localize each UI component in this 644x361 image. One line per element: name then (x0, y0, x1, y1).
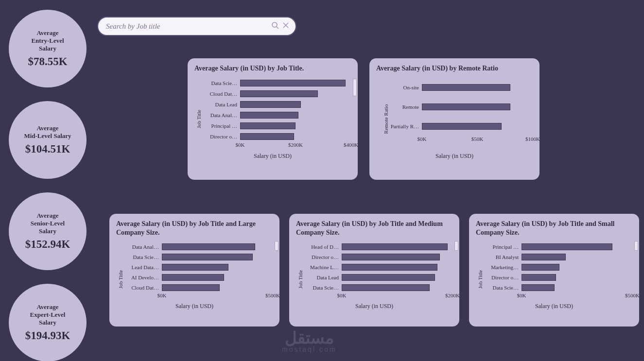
axis-tick: $0K (157, 292, 167, 298)
watermark-site: mostaql.com (282, 345, 336, 353)
bar (522, 284, 555, 291)
scrollbar-thumb[interactable] (353, 79, 357, 96)
bar (342, 254, 440, 260)
bar-track (522, 243, 632, 251)
bar-category-label: Lead Data… (128, 264, 162, 270)
search-input[interactable] (106, 22, 271, 31)
chart-title: Average Salary (in USD) by Remote Ratio (376, 64, 533, 73)
chart-title: Average Salary (in USD) by Job Title and… (296, 220, 453, 237)
bar-category-label: Data Scie… (128, 254, 162, 260)
axis-tick: $500K (625, 292, 640, 298)
bar-category-label: Cloud Dat… (206, 91, 240, 97)
bar-track (240, 90, 351, 98)
bar (240, 101, 301, 108)
bar (342, 274, 435, 281)
bar-row: Partially R… (388, 117, 533, 136)
scrollbar-thumb[interactable] (454, 241, 458, 251)
bar-track (342, 274, 453, 281)
bar (240, 133, 294, 140)
axis-x-label: Salary (in USD) (376, 153, 533, 160)
bar-category-label: Head of D… (308, 244, 342, 250)
bar (162, 243, 255, 250)
bar-track (240, 133, 351, 140)
bar-category-label: Principal … (487, 244, 522, 250)
bar (240, 80, 346, 86)
bar (240, 112, 298, 119)
kpi-mid-level: Average Mid-Level Salary $104.51K (9, 101, 87, 179)
svg-line-1 (277, 27, 278, 29)
bar (162, 274, 224, 281)
kpi-label: Average Entry-Level Salary (31, 29, 64, 53)
bar-track (342, 284, 453, 292)
bar-row: Data Scie… (206, 78, 351, 88)
bar-row: Data Lead (206, 99, 351, 110)
bar-category-label: Director o… (308, 254, 342, 260)
bar-category-label: Data Scie… (487, 285, 522, 291)
bar (522, 274, 556, 281)
bar-category-label: Partially R… (388, 123, 422, 129)
bar (522, 243, 612, 250)
watermark: مستقل mostaql.com (282, 330, 336, 353)
chart-title: Average Salary (in USD) by Job Title and… (116, 220, 273, 237)
kpi-value: $104.51K (25, 143, 70, 155)
bar-track (422, 103, 533, 111)
search-icon[interactable] (271, 21, 279, 31)
bar-row: Data Scie… (487, 282, 632, 292)
bar-row: Data Scie… (308, 282, 453, 292)
axis-tick: $0K (236, 142, 245, 148)
axis-x-label: Salary (in USD) (194, 153, 351, 160)
chart-bars: Head of D…Director o…Machine L…Data Lead… (308, 241, 453, 301)
bar-row: Marketing… (487, 262, 632, 272)
bar-row: On-site (388, 78, 533, 97)
search-bar[interactable] (97, 17, 296, 36)
axis-tick: $0K (517, 292, 526, 298)
bar-track (522, 253, 632, 261)
bar-category-label: AI Develo… (128, 275, 162, 280)
chart-card-by-title[interactable]: Average Salary (in USD) by Job Title. Jo… (188, 58, 358, 180)
bar-track (342, 253, 453, 261)
kpi-senior-level: Average Senior-Level Salary $152.94K (9, 192, 87, 270)
axis-tick: $0K (418, 136, 427, 142)
chart-card-large[interactable]: Average Salary (in USD) by Job Title and… (109, 214, 279, 327)
bar-row: BI Analyst (487, 252, 632, 262)
bar-row: Remote (388, 97, 533, 117)
bar-track (422, 122, 533, 130)
bar (422, 103, 510, 110)
axis-y-label: Job Title (196, 110, 202, 128)
bar (240, 122, 296, 129)
scrollbar-thumb[interactable] (275, 241, 278, 251)
bar (342, 284, 430, 291)
axis-ticks: $0K$200K$400K (240, 142, 351, 150)
bar-row: Director o… (206, 131, 351, 142)
chart-card-medium[interactable]: Average Salary (in USD) by Job Title and… (289, 214, 459, 327)
bar-category-label: Marketing… (487, 264, 522, 270)
axis-ticks: $0K$200K (342, 292, 453, 300)
kpi-value: $194.93K (25, 329, 70, 342)
bar-track (342, 243, 453, 251)
chart-card-small[interactable]: Average Salary (in USD) by Job Title and… (469, 214, 639, 327)
chart-title: Average Salary (in USD) by Job Title and… (476, 220, 632, 237)
chart-card-by-remote[interactable]: Average Salary (in USD) by Remote Ratio … (369, 58, 540, 180)
bar-category-label: Remote (388, 104, 422, 110)
bar-category-label: Director o… (206, 134, 240, 139)
bar-row: Principal … (206, 120, 351, 131)
kpi-label: Average Senior-Level Salary (31, 212, 65, 236)
axis-tick: $400K (344, 142, 358, 148)
bar-row: Cloud Dat… (206, 88, 351, 99)
axis-tick: $200K (445, 292, 460, 298)
bar-row: Data Lead (308, 272, 453, 282)
bar (162, 254, 253, 260)
clear-icon[interactable] (282, 21, 290, 31)
scrollbar-thumb[interactable] (634, 241, 638, 251)
bar-row: Director o… (487, 272, 632, 282)
chart-bars: Principal …BI AnalystMarketing…Director … (487, 241, 632, 301)
kpi-label: Average Expert-Level Salary (30, 303, 66, 327)
axis-y-label: Job Title (297, 270, 303, 288)
kpi-label: Average Mid-Level Salary (24, 124, 71, 140)
bar (342, 243, 448, 250)
axis-tick: $100K (525, 136, 540, 142)
bar-track (162, 263, 273, 271)
bar-category-label: Data Scie… (206, 80, 240, 86)
bar-category-label: Data Anal… (128, 244, 162, 250)
bar-row: Cloud Dat… (128, 282, 273, 292)
